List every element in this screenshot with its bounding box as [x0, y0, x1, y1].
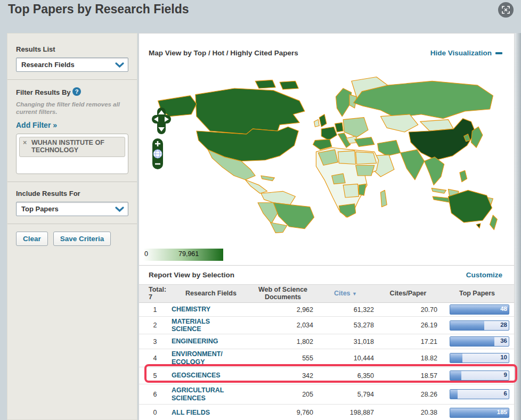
top-papers-bar: 6 [450, 389, 509, 399]
field-link[interactable]: GEOSCIENCES [172, 372, 221, 379]
top-papers-bar: 185 [450, 408, 509, 418]
top-papers-bar: 10 [450, 353, 509, 363]
docs-cell: 1,802 [251, 338, 315, 345]
expand-icon [502, 6, 510, 14]
rank-cell: 1 [139, 306, 171, 314]
rank-cell: 0 [139, 409, 171, 416]
customize-link[interactable]: Customize [466, 271, 502, 279]
help-icon[interactable]: ? [72, 87, 81, 96]
choropleth-map[interactable] [149, 71, 502, 236]
minus-icon [495, 52, 502, 54]
docs-cell: 205 [251, 391, 315, 398]
docs-cell: 2,962 [251, 306, 315, 314]
report-view-title: Report View by Selection [149, 271, 234, 279]
sidebar-divider [7, 224, 137, 224]
table-header: Total: 7 Research Fields Web of Science … [139, 284, 514, 303]
remove-filter-icon[interactable]: × [23, 139, 27, 146]
filter-tag[interactable]: × WUHAN INSTITUTE OF TECHNOLOGY [19, 137, 125, 157]
top-papers-value: 28 [500, 322, 507, 328]
field-link[interactable]: ALL FIELDS [172, 409, 210, 416]
cites-per-paper-cell: 18.82 [376, 355, 440, 362]
table-row: 6 AGRICULTURAL SCIENCES 205 5,794 28.26 … [139, 384, 514, 404]
top-papers-value: 9 [504, 372, 507, 378]
map-pan-control[interactable] [149, 107, 174, 135]
rank-cell: 4 [139, 355, 171, 362]
col-cites-sort[interactable]: Cites ▼ [315, 290, 376, 298]
cites-cell: 198,887 [315, 409, 376, 416]
table-row-highlighted: 5 GEOSCIENCES 342 6,350 18.57 9 [139, 367, 514, 384]
rank-cell: 2 [139, 322, 171, 329]
top-papers-bar: 28 [450, 320, 509, 331]
cites-cell: 5,794 [315, 391, 376, 398]
page-title: Top Papers by Research Fields [8, 2, 189, 17]
rank-cell: 3 [139, 338, 171, 345]
include-results-select[interactable]: Top Papers [16, 202, 128, 216]
chevron-down-icon [115, 62, 124, 68]
results-list-select[interactable]: Research Fields [16, 57, 128, 72]
docs-cell: 2,034 [251, 322, 315, 329]
hide-visualization-link[interactable]: Hide Visualization [430, 49, 502, 57]
sort-desc-icon: ▼ [352, 291, 357, 297]
filter-tag-label: WUHAN INSTITUTE OF TECHNOLOGY [31, 139, 104, 154]
col-wos-documents: Web of Science Documents [251, 286, 315, 301]
col-research-fields: Research Fields [171, 290, 251, 298]
cites-per-paper-cell: 26.19 [376, 322, 440, 329]
cites-cell: 10,444 [315, 355, 376, 362]
total-count: Total: 7 [139, 286, 171, 301]
table-row: 0 ALL FIELDS 9,760 198,887 20.38 185 [139, 404, 514, 420]
docs-cell: 555 [251, 355, 315, 362]
field-link[interactable]: ENVIRONMENT/ECOLOGY [172, 350, 227, 366]
table-row: 1 CHEMISTRY 2,962 61,322 20.70 48 [139, 303, 514, 316]
cites-cell: 61,322 [315, 306, 376, 314]
top-papers-value: 36 [500, 337, 507, 344]
top-papers-bar: 36 [450, 336, 509, 347]
include-results-value: Top Papers [21, 205, 59, 213]
top-papers-value: 6 [504, 390, 507, 397]
map-zoom-control[interactable] [152, 138, 164, 170]
cites-per-paper-cell: 28.26 [376, 391, 440, 398]
main-panel: Map View by Top / Hot / Highly Cited Pap… [139, 33, 515, 420]
results-list-label: Results List [16, 45, 128, 53]
sidebar-divider [7, 79, 137, 80]
col-top-papers: Top Papers [440, 290, 514, 298]
table-body: 1 CHEMISTRY 2,962 61,322 20.70 48 2 MATE… [139, 303, 514, 420]
filters-sidebar: Results List Research Fields Filter Resu… [7, 33, 137, 420]
field-link[interactable]: AGRICULTURAL SCIENCES [172, 386, 227, 402]
table-row: 3 ENGINEERING 1,802 31,018 17.21 36 [139, 334, 514, 349]
docs-cell: 9,760 [251, 409, 315, 416]
filter-results-label: Filter Results By ? [16, 87, 128, 96]
map-color-scale: 0 79,961 [143, 249, 223, 261]
add-filter-link[interactable]: Add Filter » [16, 121, 57, 129]
scale-max-label: 79,961 [178, 250, 199, 258]
top-papers-value: 185 [497, 409, 507, 415]
chevron-down-icon [115, 207, 124, 212]
table-row: 4 ENVIRONMENT/ECOLOGY 555 10,444 18.82 1… [139, 349, 514, 367]
filter-note: Changing the filter field removes all cu… [16, 101, 128, 116]
cites-cell: 53,278 [315, 322, 376, 329]
table-row: 2 MATERIALS SCIENCE 2,034 53,278 26.19 2… [139, 316, 514, 334]
field-link[interactable]: ENGINEERING [172, 337, 218, 345]
top-papers-value: 10 [500, 354, 507, 360]
results-list-value: Research Fields [21, 61, 75, 69]
include-results-label: Include Results For [16, 190, 128, 197]
expand-window-button[interactable] [498, 2, 514, 18]
vertical-scrollbar[interactable] [515, 33, 521, 420]
field-link[interactable]: MATERIALS SCIENCE [172, 318, 227, 333]
col-cites-per-paper: Cites/Paper [376, 290, 440, 298]
globe-icon [153, 150, 162, 158]
scale-min-label: 0 [144, 250, 148, 258]
map-view-title: Map View by Top / Hot / Highly Cited Pap… [149, 49, 298, 57]
clear-button[interactable]: Clear [16, 232, 48, 246]
rank-cell: 6 [139, 391, 171, 398]
cites-per-paper-cell: 18.57 [376, 372, 440, 380]
cites-per-paper-cell: 20.70 [376, 306, 440, 314]
top-papers-bar: 9 [450, 370, 509, 381]
rank-cell: 5 [139, 372, 171, 380]
cites-cell: 6,350 [315, 372, 376, 380]
field-link[interactable]: CHEMISTRY [172, 306, 210, 313]
save-criteria-button[interactable]: Save Criteria [53, 232, 111, 246]
world-map[interactable]: 0 79,961 [139, 64, 514, 265]
docs-cell: 342 [251, 372, 315, 380]
top-papers-bar: 48 [450, 304, 509, 315]
active-filters-box: × WUHAN INSTITUTE OF TECHNOLOGY [16, 134, 128, 174]
